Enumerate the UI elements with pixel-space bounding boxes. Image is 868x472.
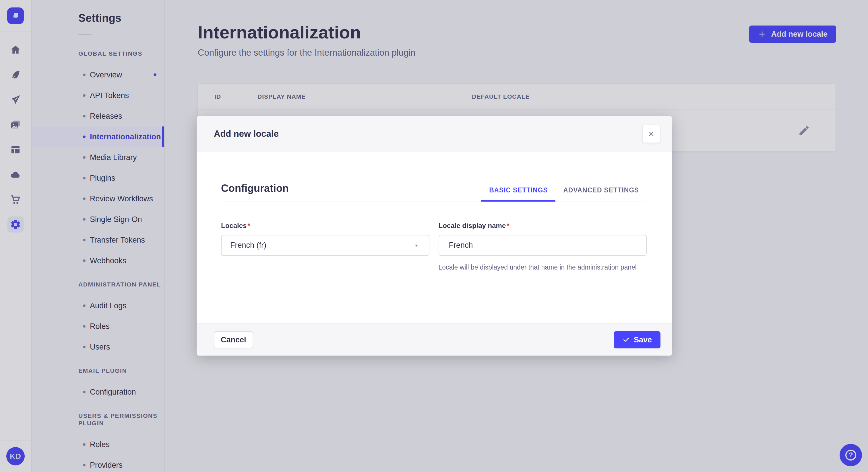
settings-tabs: BASIC SETTINGS ADVANCED SETTINGS xyxy=(482,186,647,202)
close-modal-button[interactable] xyxy=(642,125,660,143)
modal-footer: Cancel Save xyxy=(197,324,672,356)
tab-advanced-settings[interactable]: ADVANCED SETTINGS xyxy=(555,186,647,202)
modal-header: Add new locale xyxy=(197,116,672,152)
display-name-input[interactable] xyxy=(439,235,647,256)
locales-label: Locales* xyxy=(221,222,429,230)
check-icon xyxy=(622,336,630,343)
cancel-button[interactable]: Cancel xyxy=(214,331,253,348)
locales-field: Locales* French (fr) xyxy=(221,222,429,272)
required-mark: * xyxy=(507,222,509,229)
modal-title: Add new locale xyxy=(214,129,279,139)
add-locale-modal: Add new locale Configuration BASIC SETTI… xyxy=(197,116,672,356)
close-icon xyxy=(648,130,655,138)
required-mark: * xyxy=(247,222,250,229)
display-name-field: Locale display name* Locale will be disp… xyxy=(439,222,647,272)
modal-body: Configuration BASIC SETTINGS ADVANCED SE… xyxy=(197,152,672,324)
display-name-hint: Locale will be displayed under that name… xyxy=(439,263,640,272)
save-button[interactable]: Save xyxy=(614,331,660,348)
locales-select-value: French (fr) xyxy=(230,241,267,250)
chevron-down-icon xyxy=(413,242,420,249)
display-name-label: Locale display name* xyxy=(439,222,647,230)
tab-basic-settings[interactable]: BASIC SETTINGS xyxy=(482,186,555,202)
locale-form: Locales* French (fr) Locale display name… xyxy=(221,222,647,272)
locales-select[interactable]: French (fr) xyxy=(221,235,429,256)
configuration-header-row: Configuration BASIC SETTINGS ADVANCED SE… xyxy=(221,182,647,202)
configuration-title: Configuration xyxy=(221,182,289,195)
